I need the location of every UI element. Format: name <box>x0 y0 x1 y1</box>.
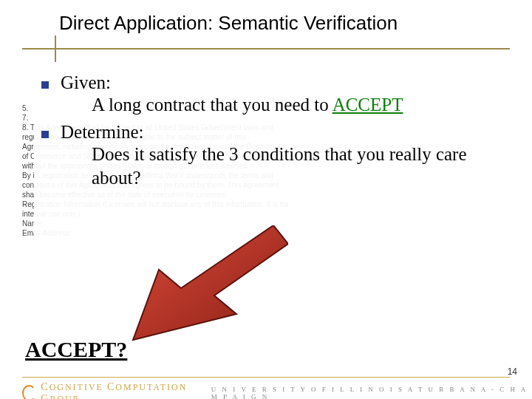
given-label: Given: <box>61 72 111 93</box>
slide-title: Direct Application: Semantic Verificatio… <box>59 12 510 35</box>
footer-group: COGNITIVE COMPUTATION GROUP <box>41 381 201 399</box>
determine-subtext: Does it satisfy the 3 conditions that yo… <box>92 143 499 189</box>
square-bullet-icon <box>41 131 49 138</box>
title-tick <box>55 35 56 62</box>
accept-question: ACCEPT? <box>22 337 130 362</box>
given-subtext: A long contract that you need to ACCEPT <box>92 93 499 116</box>
determine-label: Determine: <box>61 122 143 143</box>
accept-word: ACCEPT <box>332 95 403 115</box>
page-number: 14 <box>508 366 517 377</box>
bullet-determine: Determine: <box>41 122 499 143</box>
footer-university: U N I V E R S I T Y O F I L L I N O I S … <box>211 386 532 399</box>
title-bar: Direct Application: Semantic Verificatio… <box>22 7 510 35</box>
bullet-given: Given: <box>41 72 499 93</box>
slide: Direct Application: Semantic Verificatio… <box>0 0 532 399</box>
footer-line <box>22 377 510 378</box>
footer-logo: COGNITIVE COMPUTATION GROUP U N I V E R … <box>22 381 532 399</box>
square-bullet-icon <box>41 81 49 89</box>
content-box: Given: A long contract that you need to … <box>34 66 507 237</box>
footer: COGNITIVE COMPUTATION GROUP U N I V E R … <box>0 377 532 399</box>
given-sub-prefix: A long contract that you need to <box>92 95 332 115</box>
title-underline <box>22 48 510 50</box>
logo-c-icon <box>22 385 36 399</box>
